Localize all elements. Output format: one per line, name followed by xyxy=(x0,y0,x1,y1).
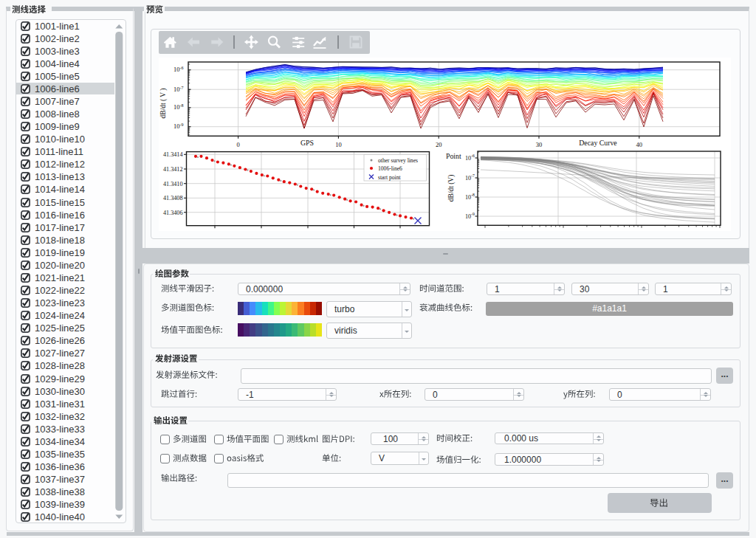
svg-text:10-8: 10-8 xyxy=(465,193,475,200)
svg-text:other survey lines: other survey lines xyxy=(378,157,418,164)
svg-text:30: 30 xyxy=(536,141,543,148)
svg-text:Decay Curve: Decay Curve xyxy=(579,139,617,147)
svg-text:40: 40 xyxy=(636,141,643,148)
svg-text:0: 0 xyxy=(236,141,239,148)
svg-text:dB/dt ( V ): dB/dt ( V ) xyxy=(159,88,168,118)
svg-text:dB/dt (V): dB/dt (V) xyxy=(447,175,456,202)
svg-text:10-6: 10-6 xyxy=(173,66,184,73)
svg-text:10: 10 xyxy=(335,141,342,148)
svg-text:Point: Point xyxy=(446,152,461,160)
svg-text:41.3412: 41.3412 xyxy=(163,166,183,173)
svg-text:10-8: 10-8 xyxy=(173,103,184,111)
svg-text:start point: start point xyxy=(378,174,401,181)
svg-text:10-9: 10-9 xyxy=(465,212,475,219)
svg-text:20: 20 xyxy=(436,141,442,148)
svg-text:10-6: 10-6 xyxy=(465,154,475,161)
svg-text:41.3408: 41.3408 xyxy=(163,195,183,201)
svg-text:10-9: 10-9 xyxy=(173,123,184,130)
svg-text:41.3406: 41.3406 xyxy=(163,210,183,216)
svg-text:10-7: 10-7 xyxy=(173,86,184,93)
svg-text:GPS: GPS xyxy=(300,139,314,147)
svg-text:41.3410: 41.3410 xyxy=(163,181,183,187)
svg-text:41.3414: 41.3414 xyxy=(163,151,183,158)
svg-text:1006-line6: 1006-line6 xyxy=(378,165,402,172)
svg-text:10-7: 10-7 xyxy=(465,173,475,181)
